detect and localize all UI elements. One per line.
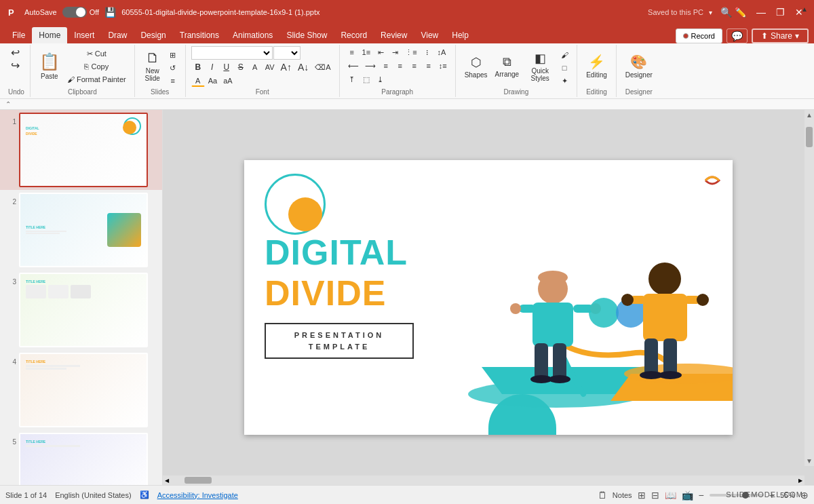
section-button[interactable]: ≡ xyxy=(166,75,180,87)
accessibility-label[interactable]: Accessibility: Investigate xyxy=(157,491,238,499)
save-icon[interactable]: 💾 xyxy=(104,7,116,18)
shape-fill-button[interactable]: 🖌 xyxy=(558,49,571,61)
bullets-button[interactable]: ≡ xyxy=(345,46,359,58)
clear-format-button[interactable]: ⌫A xyxy=(312,61,333,73)
align-center-button[interactable]: ≡ xyxy=(393,60,407,72)
fontsize-up-button[interactable]: A↑ xyxy=(278,61,294,73)
paste-button[interactable]: 📋 Paste xyxy=(36,46,63,85)
decrease-indent-button[interactable]: ⇤ xyxy=(374,46,387,58)
slide-sorter-button[interactable]: ⊟ xyxy=(651,490,659,501)
slide-thumb-1[interactable]: 1 DIGITAL DIVIDE xyxy=(0,110,162,190)
undo-button[interactable]: ↩ xyxy=(8,46,22,58)
shapes-icon: ⬡ xyxy=(471,55,482,70)
minimize-button[interactable]: — xyxy=(752,3,771,22)
font-family-select[interactable] xyxy=(191,46,273,60)
columns-button[interactable]: ⫶ xyxy=(421,46,434,58)
tab-record[interactable]: Record xyxy=(334,27,374,43)
slide-thumb-2[interactable]: 2 TITLE HERE xyxy=(0,190,162,270)
font-case-button[interactable]: aA xyxy=(220,75,235,87)
shapes-button[interactable]: ⬡ Shapes xyxy=(461,47,491,86)
editing-button[interactable]: ⚡ Editing xyxy=(583,46,610,85)
slide-thumb-5[interactable]: 5 TITLE HERE xyxy=(0,430,162,485)
ltr-button[interactable]: ⟶ xyxy=(362,60,379,72)
reading-view-button[interactable]: 📖 xyxy=(665,490,676,501)
scroll-right-button[interactable]: ▶ xyxy=(796,476,805,485)
layout-button[interactable]: ⊞ xyxy=(166,49,180,61)
slide-thumb-3[interactable]: 3 TITLE HERE xyxy=(0,270,162,350)
copy-button[interactable]: ⎘ Copy xyxy=(64,60,129,73)
comments-button[interactable]: 💬 xyxy=(726,28,748,43)
align-top-button[interactable]: ⤒ xyxy=(345,73,359,85)
tab-draw[interactable]: Draw xyxy=(101,27,134,43)
collapse-bar: ⌃ xyxy=(0,99,814,110)
new-slide-button[interactable]: 🗋 NewSlide xyxy=(140,46,165,85)
font-size-label-btn[interactable]: Aa xyxy=(206,75,220,87)
numbering-button[interactable]: 1≡ xyxy=(360,46,374,58)
tab-transitions[interactable]: Transitions xyxy=(173,27,226,43)
tab-file[interactable]: File xyxy=(5,27,32,43)
decorative-orange-circle xyxy=(288,197,322,231)
normal-view-button[interactable]: ⊞ xyxy=(638,490,646,501)
shape-outline-button[interactable]: □ xyxy=(558,62,571,74)
slide-thumb-4[interactable]: 4 TITLE HERE xyxy=(0,350,162,430)
zoom-out-button[interactable]: − xyxy=(699,490,704,501)
justify-button[interactable]: ≡ xyxy=(422,60,435,72)
autosave-toggle[interactable] xyxy=(62,7,87,18)
shadow-button[interactable]: A xyxy=(248,61,262,73)
tab-home[interactable]: Home xyxy=(32,27,67,43)
strikethrough-button[interactable]: S xyxy=(234,61,248,73)
charspacing-button[interactable]: AV xyxy=(263,61,277,73)
font-color-button[interactable]: A xyxy=(191,75,205,87)
tab-insert[interactable]: Insert xyxy=(67,27,101,43)
collapse-arrow-icon[interactable]: ⌃ xyxy=(5,100,11,108)
designer-button[interactable]: 🎨 Designer xyxy=(622,46,656,85)
slide-canvas[interactable]: DIGITAL DIVIDE PRESENTATION TEMPLATE xyxy=(244,160,733,435)
italic-button[interactable]: I xyxy=(206,61,219,73)
scroll-left-button[interactable]: ◀ xyxy=(163,476,171,485)
arrange-button[interactable]: ⧉ Arrange xyxy=(492,47,523,86)
collapse-ribbon-button[interactable]: ▲ xyxy=(798,3,811,15)
scroll-down-button[interactable]: ▼ xyxy=(805,456,814,466)
share-button[interactable]: ⬆ Share ▾ xyxy=(752,28,809,43)
redo-button[interactable]: ↪ xyxy=(8,59,22,71)
tab-review[interactable]: Review xyxy=(374,27,414,43)
quick-styles-button[interactable]: ◧ QuickStyles xyxy=(523,47,557,86)
smartart-button[interactable]: ⋮≡ xyxy=(402,46,419,58)
linespacing-button[interactable]: ↕≡ xyxy=(436,60,450,72)
tab-view[interactable]: View xyxy=(414,27,445,43)
notes-label[interactable]: Notes xyxy=(613,491,632,499)
shape-effects-button[interactable]: ✦ xyxy=(558,75,571,87)
notes-icon: 🗒 xyxy=(598,490,607,501)
align-middle-button[interactable]: ⬚ xyxy=(360,73,373,85)
restore-button[interactable]: ❐ xyxy=(771,3,790,22)
pen-icon[interactable]: ✏️ xyxy=(735,7,746,18)
font-size-select[interactable] xyxy=(273,46,301,60)
tab-design[interactable]: Design xyxy=(134,27,172,43)
slide-num-3: 3 xyxy=(5,273,16,286)
scroll-up-button[interactable]: ▲ xyxy=(805,110,814,120)
align-bottom-button[interactable]: ⤓ xyxy=(374,73,387,85)
fontsize-down-button[interactable]: A↓ xyxy=(295,61,311,73)
scroll-thumb-v[interactable] xyxy=(806,127,813,147)
rtl-button[interactable]: ⟵ xyxy=(345,60,362,72)
record-button[interactable]: Record xyxy=(676,28,722,43)
format-painter-button[interactable]: 🖌 Format Painter xyxy=(64,73,129,85)
cut-button[interactable]: ✂ Cut xyxy=(64,47,129,60)
increase-indent-button[interactable]: ⇥ xyxy=(388,46,402,58)
align-left-button[interactable]: ≡ xyxy=(379,60,393,72)
paragraph-group-content: ≡ 1≡ ⇤ ⇥ ⋮≡ ⫶ ↕A ⟵ ⟶ ≡ ≡ ≡ ≡ ↕≡ ⤒ ⬚ ⤓ xyxy=(345,46,450,87)
presenter-view-button[interactable]: 📺 xyxy=(682,490,693,501)
drawing-group-content: ⬡ Shapes ⧉ Arrange ◧ QuickStyles 🖌 □ xyxy=(461,46,572,87)
tab-slideshow[interactable]: Slide Show xyxy=(279,27,334,43)
tab-help[interactable]: Help xyxy=(445,27,476,43)
record-dot-icon xyxy=(683,33,689,39)
scroll-thumb-h[interactable] xyxy=(185,477,212,484)
para-row-1: ≡ 1≡ ⇤ ⇥ ⋮≡ ⫶ ↕A xyxy=(345,46,449,58)
underline-button[interactable]: U xyxy=(220,61,233,73)
tab-animations[interactable]: Animations xyxy=(226,27,279,43)
bold-button[interactable]: B xyxy=(191,61,205,73)
reset-button[interactable]: ↺ xyxy=(166,62,180,74)
text-direction-button[interactable]: ↕A xyxy=(435,46,449,58)
drawing-group-label: Drawing xyxy=(461,87,572,96)
align-right-button[interactable]: ≡ xyxy=(408,60,421,72)
